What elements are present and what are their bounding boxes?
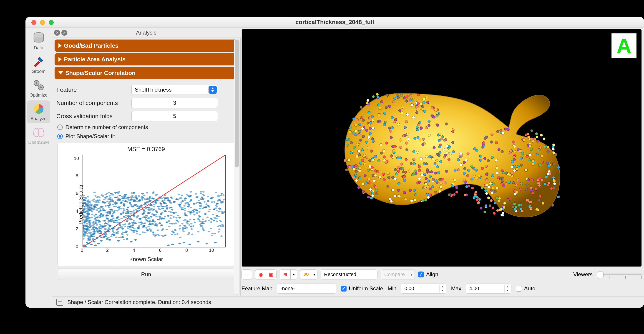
- feature-select[interactable]: ShellThickness: [132, 85, 218, 95]
- rail-item-groom[interactable]: Groom: [27, 53, 50, 76]
- reset-view-button[interactable]: ⛶: [242, 270, 252, 280]
- svg-point-740: [113, 234, 115, 235]
- svg-point-1336: [504, 182, 507, 185]
- svg-point-1518: [513, 169, 516, 172]
- 3d-viewport[interactable]: A: [242, 29, 642, 267]
- cvfolds-input[interactable]: 5: [132, 111, 218, 121]
- pin-panel-button[interactable]: ⤢: [62, 30, 67, 36]
- svg-point-1650: [370, 197, 373, 199]
- svg-point-945: [147, 197, 149, 199]
- close-window-button[interactable]: [32, 20, 36, 25]
- featuremap-select[interactable]: -none-: [277, 284, 336, 294]
- log-icon[interactable]: [56, 299, 63, 306]
- iso-toggle-button[interactable]: ISO: [300, 270, 311, 279]
- rail-item-analyze[interactable]: Analyze: [27, 100, 50, 123]
- svg-point-1257: [489, 182, 492, 185]
- overlay-mode-dropdown[interactable]: ▾: [290, 270, 297, 279]
- snapshot-button[interactable]: ▣: [266, 270, 276, 279]
- svg-point-590: [143, 195, 146, 196]
- run-button[interactable]: Run: [58, 269, 234, 280]
- detach-panel-button[interactable]: ✕: [54, 30, 60, 36]
- svg-point-310: [121, 196, 123, 197]
- svg-point-1527: [532, 159, 534, 162]
- svg-point-521: [218, 211, 220, 212]
- svg-point-963: [202, 227, 204, 229]
- ncomp-input[interactable]: 3: [132, 98, 218, 108]
- svg-point-1156: [484, 211, 486, 213]
- svg-point-1671: [538, 199, 540, 202]
- max-spinbox[interactable]: 4.00 ▲▼: [466, 284, 512, 294]
- radio-plot-row[interactable]: Plot Shape/Scalar fit: [56, 132, 236, 141]
- rail-item-data[interactable]: Data: [27, 29, 50, 52]
- record-button[interactable]: ◉: [255, 270, 266, 279]
- svg-point-1361: [535, 132, 538, 135]
- svg-point-1127: [496, 197, 498, 200]
- zoom-window-button[interactable]: [49, 20, 54, 25]
- svg-point-1216: [531, 192, 534, 195]
- svg-point-882: [114, 202, 116, 203]
- svg-point-899: [122, 211, 124, 213]
- scrollbar-thumb[interactable]: [235, 40, 239, 167]
- svg-point-663: [93, 234, 95, 235]
- svg-point-1064: [109, 211, 112, 212]
- svg-point-124: [181, 200, 184, 202]
- shape-render: [311, 55, 584, 241]
- svg-point-730: [135, 209, 137, 210]
- svg-point-1438: [404, 126, 406, 129]
- viewers-slider[interactable]: [598, 274, 642, 275]
- svg-point-1644: [376, 170, 379, 173]
- iso-dropdown[interactable]: ▾: [311, 270, 317, 279]
- rail-item-optimize[interactable]: Optimize: [27, 77, 50, 99]
- compare-dropdown[interactable]: ▾: [408, 270, 414, 279]
- svg-point-1081: [181, 195, 183, 196]
- svg-point-1586: [350, 151, 353, 154]
- align-checkbox-row[interactable]: Align: [418, 271, 438, 278]
- svg-point-571: [145, 219, 147, 220]
- accordion-label: Good/Bad Particles: [64, 42, 118, 49]
- svg-point-699: [183, 205, 186, 207]
- radio-determine-row[interactable]: Determine number of components: [56, 123, 236, 132]
- overlay-mode-button[interactable]: ⊞: [280, 270, 290, 279]
- accordion-good-bad-particles[interactable]: Good/Bad Particles: [54, 39, 238, 52]
- svg-point-1363: [398, 109, 401, 112]
- panel-scrollbar[interactable]: [234, 39, 240, 295]
- svg-point-1316: [362, 119, 364, 122]
- accordion-particle-area-analysis[interactable]: Particle Area Analysis: [54, 53, 238, 65]
- svg-point-1000: [93, 236, 96, 237]
- svg-point-1136: [552, 151, 555, 154]
- svg-point-1649: [351, 166, 354, 168]
- uniform-scale-row[interactable]: Uniform Scale: [341, 285, 383, 292]
- ncomp-value: 3: [173, 100, 176, 106]
- display-mode-select[interactable]: Reconstructed: [321, 270, 378, 280]
- auto-checkbox-row[interactable]: Auto: [516, 285, 535, 292]
- svg-point-1620: [366, 147, 369, 149]
- svg-point-197: [164, 194, 166, 196]
- svg-point-985: [100, 231, 102, 233]
- svg-point-1593: [496, 209, 499, 212]
- svg-point-472: [184, 208, 186, 209]
- svg-point-1044: [97, 231, 99, 232]
- rail-item-deepssm[interactable]: DeepSSM: [27, 124, 50, 147]
- accordion-shape-scalar-correlation[interactable]: Shape/Scalar Correlation: [54, 67, 238, 79]
- svg-point-643: [197, 218, 200, 220]
- min-spinbox[interactable]: 0.00 ▲▼: [401, 284, 446, 294]
- svg-point-317: [118, 206, 121, 207]
- svg-point-402: [124, 215, 127, 216]
- svg-point-1304: [427, 196, 430, 199]
- svg-point-1197: [355, 179, 358, 182]
- svg-point-1058: [110, 201, 112, 202]
- svg-point-875: [157, 200, 160, 201]
- minimize-window-button[interactable]: [40, 20, 45, 25]
- compare-button[interactable]: Compare: [381, 270, 408, 279]
- svg-point-451: [188, 211, 190, 212]
- accordion-label: Particle Area Analysis: [64, 56, 126, 63]
- svg-point-1038: [104, 229, 106, 230]
- svg-point-1431: [345, 169, 348, 171]
- svg-point-1632: [431, 114, 434, 117]
- svg-point-992: [91, 236, 93, 237]
- svg-point-1546: [510, 150, 512, 153]
- svg-point-1107: [512, 181, 515, 184]
- svg-point-1266: [457, 169, 460, 171]
- svg-point-456: [152, 234, 155, 235]
- svg-point-1468: [444, 138, 447, 141]
